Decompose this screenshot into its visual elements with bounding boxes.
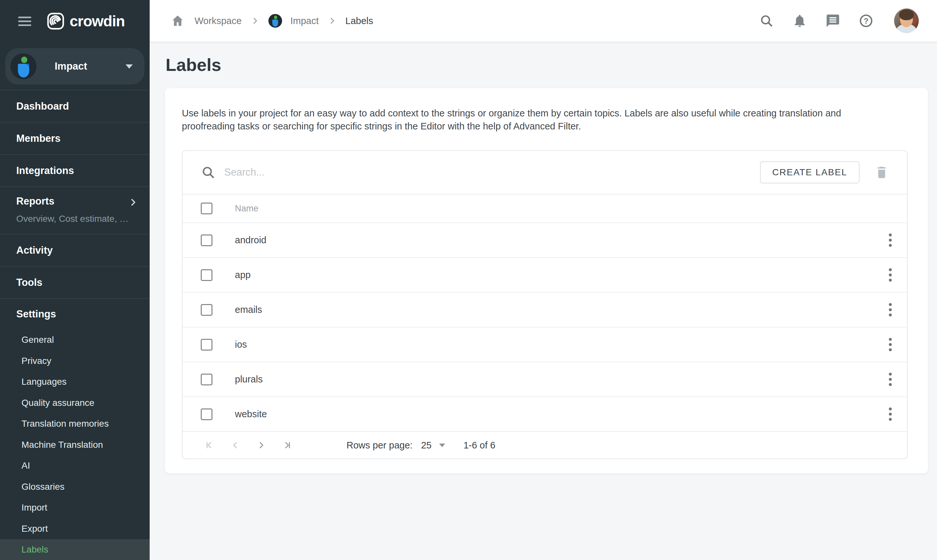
- help-icon[interactable]: ?: [858, 12, 875, 29]
- label-name: emails: [235, 305, 882, 315]
- sidebar-item-dashboard[interactable]: Dashboard: [0, 90, 149, 122]
- crowdin-logo-icon: [47, 12, 65, 30]
- sidebar-item-translation-memories[interactable]: Translation memories: [0, 413, 149, 434]
- menu-icon[interactable]: [18, 14, 31, 28]
- label-name: plurals: [235, 374, 882, 385]
- sidebar-item-machine-translation[interactable]: Machine Translation: [0, 434, 149, 455]
- breadcrumb-project[interactable]: Impact: [291, 15, 319, 26]
- next-page-icon[interactable]: [253, 437, 270, 454]
- svg-text:?: ?: [864, 17, 869, 25]
- reports-subtitle: Overview, Cost estimate, Transl…: [16, 214, 130, 224]
- select-all-checkbox[interactable]: [201, 203, 213, 214]
- sidebar-item-glossaries[interactable]: Glossaries: [0, 477, 149, 498]
- project-name: Impact: [55, 60, 126, 72]
- breadcrumb-project-avatar: [268, 14, 282, 28]
- row-checkbox[interactable]: [201, 408, 213, 420]
- rows-per-page-value: 25: [421, 440, 432, 451]
- main-content: Labels Use labels in your project for an…: [149, 42, 937, 560]
- table-toolbar: CREATE LABEL: [182, 151, 907, 194]
- table-row: android: [182, 222, 907, 257]
- row-menu-kebab-icon[interactable]: [882, 265, 898, 285]
- sidebar-section-settings: Settings: [0, 298, 149, 329]
- pagination: Rows per page: 25 1-6 of 6: [182, 431, 907, 458]
- label-name: android: [235, 235, 882, 246]
- row-menu-kebab-icon[interactable]: [882, 231, 898, 250]
- notifications-icon[interactable]: [791, 12, 808, 29]
- sidebar-item-tools[interactable]: Tools: [0, 266, 149, 298]
- sidebar: crowdin Impact Dashboard Members Integra…: [0, 0, 149, 560]
- table-row: emails: [182, 292, 907, 327]
- first-page-icon[interactable]: [201, 437, 218, 454]
- last-page-icon[interactable]: [279, 437, 296, 454]
- home-icon[interactable]: [169, 12, 186, 29]
- delete-icon[interactable]: [874, 165, 889, 180]
- pagination-range: 1-6 of 6: [463, 440, 495, 451]
- search-field: [201, 165, 760, 180]
- table-row: app: [182, 257, 907, 292]
- page-title: Labels: [166, 55, 221, 75]
- breadcrumb-workspace[interactable]: Workspace: [194, 15, 242, 26]
- sidebar-item-import[interactable]: Import: [0, 497, 149, 518]
- sidebar-item-quality-assurance[interactable]: Quality assurance: [0, 392, 149, 414]
- rows-per-page-select[interactable]: 25: [421, 440, 445, 451]
- name-column-header: Name: [235, 203, 258, 214]
- messages-icon[interactable]: [824, 12, 841, 29]
- search-icon[interactable]: [758, 12, 775, 29]
- table-header-row: Name: [182, 194, 907, 222]
- row-checkbox[interactable]: [201, 234, 213, 246]
- labels-description: Use labels in your project for an easy w…: [182, 107, 894, 133]
- crowdin-wordmark: crowdin: [69, 12, 125, 30]
- row-menu-kebab-icon[interactable]: [882, 370, 898, 389]
- breadcrumb-current: Labels: [345, 15, 373, 26]
- row-menu-kebab-icon[interactable]: [882, 405, 898, 424]
- row-menu-kebab-icon[interactable]: [882, 300, 898, 320]
- user-avatar[interactable]: [894, 8, 919, 33]
- search-input[interactable]: [224, 166, 760, 178]
- label-name: website: [235, 409, 882, 420]
- chevron-down-icon: [439, 443, 445, 447]
- table-row: ios: [182, 327, 907, 362]
- table-row: plurals: [182, 362, 907, 397]
- labels-card: Use labels in your project for an easy w…: [165, 88, 928, 474]
- row-checkbox[interactable]: [201, 269, 213, 281]
- sidebar-item-members[interactable]: Members: [0, 122, 149, 154]
- row-checkbox[interactable]: [201, 339, 213, 351]
- project-switcher[interactable]: Impact: [5, 48, 145, 85]
- chevron-down-icon: [126, 65, 133, 69]
- labels-table: CREATE LABEL Name android app: [182, 150, 908, 459]
- rows-per-page-label: Rows per page:: [347, 440, 413, 451]
- chevron-right-icon: [250, 16, 260, 26]
- sidebar-item-general[interactable]: General: [0, 329, 149, 351]
- sidebar-item-reports[interactable]: Reports Overview, Cost estimate, Transl…: [0, 186, 149, 234]
- chevron-right-icon: [128, 197, 139, 208]
- sidebar-item-integrations[interactable]: Integrations: [0, 154, 149, 186]
- create-label-button[interactable]: CREATE LABEL: [760, 161, 860, 183]
- sidebar-item-labels[interactable]: Labels: [0, 539, 149, 560]
- sidebar-item-export[interactable]: Export: [0, 518, 149, 540]
- label-name: ios: [235, 339, 882, 350]
- row-menu-kebab-icon[interactable]: [882, 335, 898, 354]
- breadcrumb: Workspace Impact Labels: [169, 12, 758, 29]
- sidebar-item-activity[interactable]: Activity: [0, 234, 149, 266]
- topbar-actions: ?: [758, 8, 919, 33]
- label-name: app: [235, 269, 882, 280]
- crowdin-logo[interactable]: crowdin: [47, 12, 125, 30]
- row-checkbox[interactable]: [201, 304, 213, 316]
- row-checkbox[interactable]: [201, 374, 213, 385]
- sidebar-item-privacy[interactable]: Privacy: [0, 351, 149, 372]
- topbar: Workspace Impact Labels: [149, 0, 937, 42]
- sidebar-item-ai[interactable]: AI: [0, 455, 149, 477]
- chevron-right-icon: [327, 16, 337, 26]
- sidebar-header: crowdin: [0, 0, 149, 42]
- table-row: website: [182, 397, 907, 431]
- project-avatar: [11, 53, 37, 79]
- previous-page-icon[interactable]: [227, 437, 243, 454]
- sidebar-item-languages[interactable]: Languages: [0, 371, 149, 392]
- sidebar-nav: Dashboard Members Integrations Reports O…: [0, 90, 149, 560]
- search-icon: [201, 165, 216, 180]
